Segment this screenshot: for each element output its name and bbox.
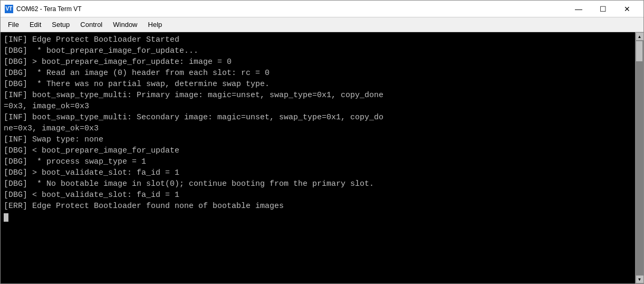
menu-control[interactable]: Control (75, 18, 108, 31)
menu-edit[interactable]: Edit (24, 18, 46, 31)
terminal-area: [INF] Edge Protect Bootloader Started [D… (1, 32, 643, 283)
app-icon: VT (5, 5, 13, 13)
menu-window[interactable]: Window (108, 18, 142, 31)
terminal-line: ne=0x3, image_ok=0x3 (4, 124, 99, 133)
terminal-line: [DBG] * There was no partial swap, deter… (4, 80, 270, 89)
menu-setup[interactable]: Setup (46, 18, 75, 31)
terminal-line: [INF] Edge Protect Bootloader Started (4, 35, 179, 44)
terminal-line: [DBG] < boot_prepare_image_for_update (4, 146, 179, 155)
terminal-line: [DBG] * process swap_type = 1 (4, 157, 146, 166)
terminal-line: [DBG] * Read an image (0) header from ea… (4, 69, 270, 78)
window-title: COM62 - Tera Term VT (16, 5, 566, 13)
terminal-line: [DBG] * boot_prepare_image_for_update... (4, 46, 198, 55)
scroll-up-button[interactable]: ▲ (636, 32, 644, 41)
terminal-line: [INF] boot_swap_type_multi: Primary imag… (4, 91, 383, 100)
terminal-line: [DBG] * No bootable image in slot(0); co… (4, 179, 374, 188)
terminal-line: [INF] boot_swap_type_multi: Secondary im… (4, 113, 383, 122)
terminal-line: [DBG] < boot_validate_slot: fa_id = 1 (4, 191, 179, 200)
scrollbar[interactable]: ▲ ▼ (635, 32, 643, 283)
maximize-button[interactable]: ☐ (591, 1, 615, 17)
terminal-line: [DBG] > boot_prepare_image_for_update: i… (4, 58, 232, 67)
minimize-button[interactable]: — (566, 1, 591, 17)
scroll-down-button[interactable]: ▼ (636, 275, 644, 283)
scrollbar-track[interactable] (636, 41, 644, 275)
terminal-output[interactable]: [INF] Edge Protect Bootloader Started [D… (1, 32, 635, 283)
main-window: VT COM62 - Tera Term VT — ☐ ✕ File Edit … (0, 0, 644, 284)
menu-help[interactable]: Help (143, 18, 168, 31)
terminal-line: =0x3, image_ok=0x3 (4, 102, 89, 111)
terminal-line: [DBG] > boot_validate_slot: fa_id = 1 (4, 168, 179, 177)
menu-bar: File Edit Setup Control Window Help (1, 17, 643, 32)
terminal-line: [ERR] Edge Protect Bootloader found none… (4, 202, 284, 211)
terminal-line: [INF] Swap type: none (4, 135, 103, 144)
title-bar: VT COM62 - Tera Term VT — ☐ ✕ (1, 1, 643, 17)
terminal-cursor (4, 213, 8, 222)
menu-file[interactable]: File (3, 18, 24, 31)
window-controls: — ☐ ✕ (566, 1, 639, 17)
close-button[interactable]: ✕ (615, 1, 639, 17)
scrollbar-thumb[interactable] (636, 41, 643, 62)
